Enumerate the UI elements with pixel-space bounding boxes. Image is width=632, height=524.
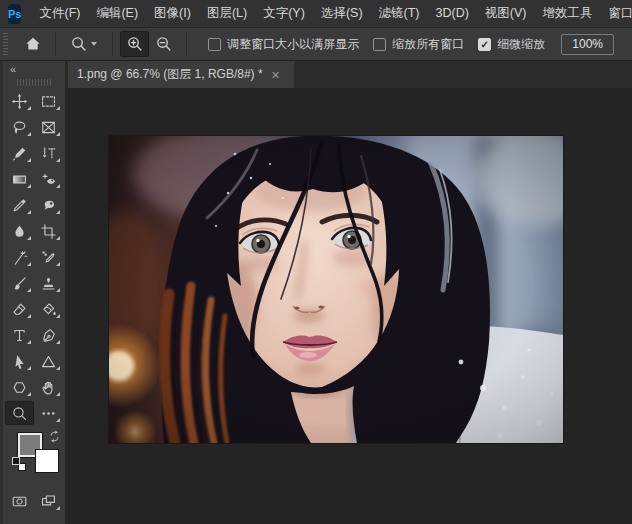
collapse-tools-button[interactable]: « — [3, 61, 65, 77]
tool-path-selection[interactable] — [5, 349, 34, 373]
document-tab[interactable]: 1.png @ 66.7% (图层 1, RGB/8#) * × — [68, 61, 294, 88]
pen-icon — [40, 327, 57, 344]
photoshop-window: Ps 文件(F) 编辑(E) 图像(I) 图层(L) 文字(Y) 选择(S) 滤… — [0, 0, 632, 524]
options-bar-grip[interactable] — [3, 33, 8, 55]
document-area: 1.png @ 66.7% (图层 1, RGB/8#) * × — [66, 61, 632, 524]
ellipsis-icon — [40, 405, 57, 422]
healing-brush-icon — [11, 145, 28, 162]
triangle-shape-icon — [40, 353, 57, 370]
resize-windows-checkbox-group[interactable]: 调整窗口大小以满屏显示 — [208, 36, 359, 53]
swap-colors-icon[interactable] — [47, 429, 62, 444]
tool-vertical-type-mask[interactable] — [34, 141, 63, 165]
zoom-in-button[interactable] — [120, 31, 150, 57]
tool-brush[interactable] — [5, 271, 34, 295]
menu-edit[interactable]: 编辑(E) — [88, 0, 146, 27]
menu-file[interactable]: 文件(F) — [31, 0, 88, 27]
scrubby-zoom-checkbox[interactable]: ✓ — [478, 38, 491, 51]
crop-icon — [40, 223, 57, 240]
menu-type[interactable]: 文字(Y) — [255, 0, 313, 27]
tool-magic-wand[interactable] — [5, 245, 34, 269]
zoom-out-icon — [155, 35, 173, 53]
tool-blur[interactable] — [5, 219, 34, 243]
default-colors-button[interactable] — [12, 457, 26, 471]
brush-icon — [11, 275, 28, 292]
gradient-icon — [11, 171, 28, 188]
tool-hand[interactable] — [34, 375, 63, 399]
tool-zoom[interactable] — [5, 401, 34, 425]
menu-select[interactable]: 选择(S) — [313, 0, 371, 27]
resize-windows-checkbox[interactable] — [208, 38, 221, 51]
screen-mode-button[interactable] — [34, 489, 63, 513]
zoom-in-icon — [126, 35, 144, 53]
edit-toolbar-button[interactable] — [34, 401, 63, 425]
zoom-100-button[interactable]: 100% — [561, 34, 614, 55]
background-color-swatch[interactable] — [35, 449, 59, 473]
blur-droplet-icon — [11, 223, 28, 240]
tool-lasso[interactable] — [5, 115, 34, 139]
zoom-out-button[interactable] — [149, 31, 179, 57]
tool-note[interactable] — [34, 193, 63, 217]
default-foreground-swatch — [12, 457, 20, 465]
zoom-all-windows-label[interactable]: 缩放所有窗口 — [392, 36, 464, 53]
zoom-all-windows-checkbox-group[interactable]: 缩放所有窗口 — [373, 36, 464, 53]
color-swatches — [3, 429, 65, 479]
chevron-down-icon — [91, 42, 97, 46]
tool-pen[interactable] — [34, 323, 63, 347]
scrubby-zoom-checkbox-group[interactable]: ✓ 细微缩放 — [478, 36, 545, 53]
menu-3d[interactable]: 3D(D) — [428, 0, 477, 27]
tool-red-eye[interactable] — [34, 167, 63, 191]
zoom-all-windows-checkbox[interactable] — [373, 38, 386, 51]
document-canvas[interactable] — [109, 136, 563, 443]
zoom-tool-preset-dropdown[interactable] — [63, 31, 105, 57]
red-eye-icon — [40, 171, 57, 188]
quick-mask-icon — [11, 493, 28, 510]
eyedropper-icon — [11, 197, 28, 214]
scrubby-zoom-label[interactable]: 细微缩放 — [497, 36, 545, 53]
menu-filter[interactable]: 滤镜(T) — [371, 0, 428, 27]
menu-layer[interactable]: 图层(L) — [199, 0, 255, 27]
tool-rectangular-marquee[interactable] — [34, 89, 63, 113]
tool-frame[interactable] — [34, 115, 63, 139]
resize-windows-label[interactable]: 调整窗口大小以满屏显示 — [227, 36, 359, 53]
tool-healing-brush[interactable] — [5, 141, 34, 165]
tool-shape-triangle[interactable] — [34, 349, 63, 373]
tool-color-sampler[interactable] — [34, 245, 63, 269]
hand-icon — [40, 379, 57, 396]
lasso-icon — [11, 119, 28, 136]
document-tab-title: 1.png @ 66.7% (图层 1, RGB/8#) * — [77, 66, 263, 83]
tool-clone-stamp[interactable] — [34, 271, 63, 295]
tools-panel-grip[interactable] — [17, 79, 51, 86]
portrait-photo — [109, 136, 563, 443]
workspace: « — [0, 61, 632, 524]
color-sampler-icon — [40, 249, 57, 266]
type-icon — [11, 327, 28, 344]
tool-type[interactable] — [5, 323, 34, 347]
divider — [186, 32, 187, 56]
tool-crop[interactable] — [34, 219, 63, 243]
divider — [112, 32, 113, 56]
menu-plugins[interactable]: 增效工具 — [535, 0, 601, 27]
frame-icon — [40, 119, 57, 136]
home-button[interactable] — [18, 31, 48, 57]
quick-mask-button[interactable] — [5, 489, 34, 513]
note-icon — [40, 197, 57, 214]
tools-panel: « — [0, 61, 66, 524]
tool-eraser[interactable] — [5, 297, 34, 321]
clone-stamp-icon — [40, 275, 57, 292]
selection-arrow-icon — [11, 353, 28, 370]
paint-bucket-icon — [40, 301, 57, 318]
tool-polygon-shape[interactable] — [5, 375, 34, 399]
menu-image[interactable]: 图像(I) — [146, 0, 199, 27]
tool-gradient[interactable] — [5, 167, 34, 191]
menu-window[interactable]: 窗口(W) — [601, 0, 632, 27]
document-tab-bar: 1.png @ 66.7% (图层 1, RGB/8#) * × — [66, 61, 632, 88]
tool-eyedropper[interactable] — [5, 193, 34, 217]
tool-move[interactable] — [5, 89, 34, 113]
tool-paint-bucket[interactable] — [34, 297, 63, 321]
options-bar: 调整窗口大小以满屏显示 缩放所有窗口 ✓ 细微缩放 100% — [0, 28, 632, 61]
eraser-icon — [11, 301, 28, 318]
move-icon — [11, 93, 28, 110]
close-tab-icon[interactable]: × — [272, 68, 280, 82]
menu-view[interactable]: 视图(V) — [477, 0, 535, 27]
menu-bar: Ps 文件(F) 编辑(E) 图像(I) 图层(L) 文字(Y) 选择(S) 滤… — [0, 0, 632, 28]
